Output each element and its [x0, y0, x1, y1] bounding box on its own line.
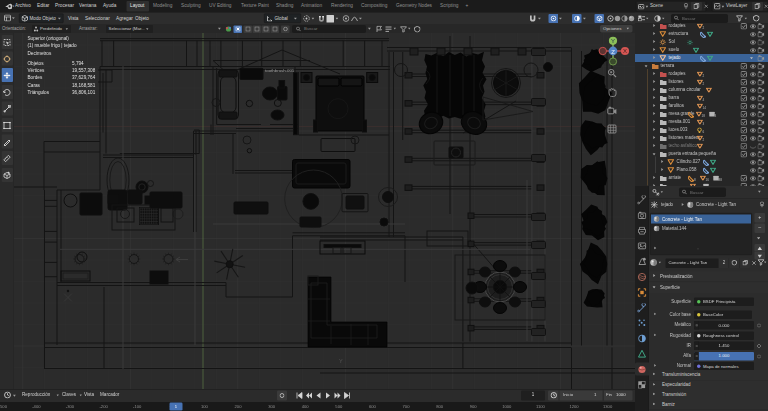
svg-text:Z: Z [611, 49, 615, 55]
svg-text:toothbrush.001: toothbrush.001 [265, 68, 295, 73]
svg-text:X: X [623, 48, 627, 54]
svg-text:Y: Y [611, 38, 615, 44]
svg-text:Y: Y [339, 358, 343, 364]
